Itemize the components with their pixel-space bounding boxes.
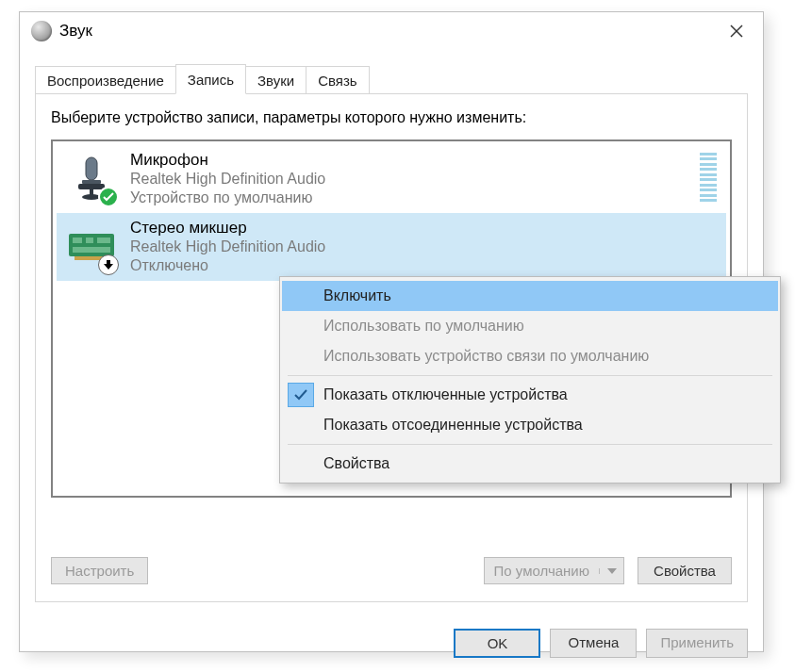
configure-button[interactable]: Настроить	[51, 557, 148, 584]
cancel-button[interactable]: Отмена	[550, 629, 637, 658]
dialog-footer: OK Отмена Применить	[20, 617, 763, 669]
disabled-arrow-badge	[98, 254, 119, 275]
svg-rect-2	[86, 157, 97, 180]
svg-rect-8	[69, 234, 114, 256]
device-icon-wrap	[62, 151, 121, 205]
level-meter	[700, 153, 717, 202]
menu-label: Показать отключенные устройства	[323, 386, 568, 403]
device-row-stereo-mix[interactable]: Стерео микшер Realtek High Definition Au…	[57, 213, 726, 281]
set-default-dropdown[interactable]: По умолчанию	[484, 557, 624, 584]
panel-button-row: Настроить По умолчанию Свойства	[51, 557, 732, 584]
svg-marker-15	[607, 568, 617, 574]
menu-use-default[interactable]: Использовать по умолчанию	[282, 311, 778, 341]
menu-separator	[288, 444, 772, 445]
svg-marker-14	[104, 260, 113, 270]
speaker-app-icon	[31, 21, 52, 41]
tab-sounds[interactable]: Звуки	[245, 66, 306, 94]
menu-use-comm-default[interactable]: Использовать устройство связи по умолчан…	[282, 341, 778, 371]
tab-strip: Воспроизведение Запись Звуки Связь	[35, 61, 748, 93]
tab-record[interactable]: Запись	[175, 64, 246, 94]
device-text: Стерео микшер Realtek High Definition Au…	[130, 219, 719, 275]
tab-communications[interactable]: Связь	[306, 66, 369, 94]
svg-rect-10	[86, 238, 93, 243]
check-icon	[103, 192, 114, 202]
device-status: Устройство по умолчанию	[130, 188, 719, 207]
context-menu[interactable]: Включить Использовать по умолчанию Испол…	[279, 276, 781, 484]
svg-rect-11	[97, 238, 110, 243]
set-default-label: По умолчанию	[485, 558, 599, 583]
close-icon	[730, 25, 743, 38]
chevron-down-icon	[599, 568, 623, 574]
menu-enable[interactable]: Включить	[282, 281, 778, 311]
tab-playback[interactable]: Воспроизведение	[35, 66, 176, 94]
device-desc: Realtek High Definition Audio	[130, 170, 719, 188]
properties-button[interactable]: Свойства	[638, 557, 732, 584]
arrow-down-icon	[103, 259, 114, 270]
svg-rect-9	[73, 238, 82, 243]
device-row-microphone[interactable]: Микрофон Realtek High Definition Audio У…	[57, 145, 726, 213]
menu-separator	[288, 375, 772, 376]
svg-rect-4	[82, 180, 101, 184]
device-text: Микрофон Realtek High Definition Audio У…	[130, 151, 719, 207]
close-button[interactable]	[718, 12, 755, 50]
device-name: Микрофон	[130, 151, 719, 170]
svg-rect-12	[73, 247, 110, 253]
apply-button[interactable]: Применить	[646, 629, 748, 658]
ok-button[interactable]: OK	[454, 629, 540, 658]
check-icon	[294, 389, 307, 401]
default-check-badge	[98, 187, 119, 207]
panel-instruction: Выберите устройство записи, параметры ко…	[51, 109, 732, 126]
device-icon-wrap	[62, 219, 121, 273]
titlebar: Звук	[20, 12, 763, 50]
menu-show-disabled[interactable]: Показать отключенные устройства	[282, 380, 778, 410]
menu-properties[interactable]: Свойства	[282, 449, 778, 479]
device-desc: Realtek High Definition Audio	[130, 238, 719, 256]
menu-show-disconnected[interactable]: Показать отсоединенные устройства	[282, 410, 778, 440]
device-status: Отключено	[130, 256, 719, 275]
device-name: Стерео микшер	[130, 219, 719, 238]
window-title: Звук	[59, 22, 92, 41]
checkmark-box	[288, 383, 314, 407]
